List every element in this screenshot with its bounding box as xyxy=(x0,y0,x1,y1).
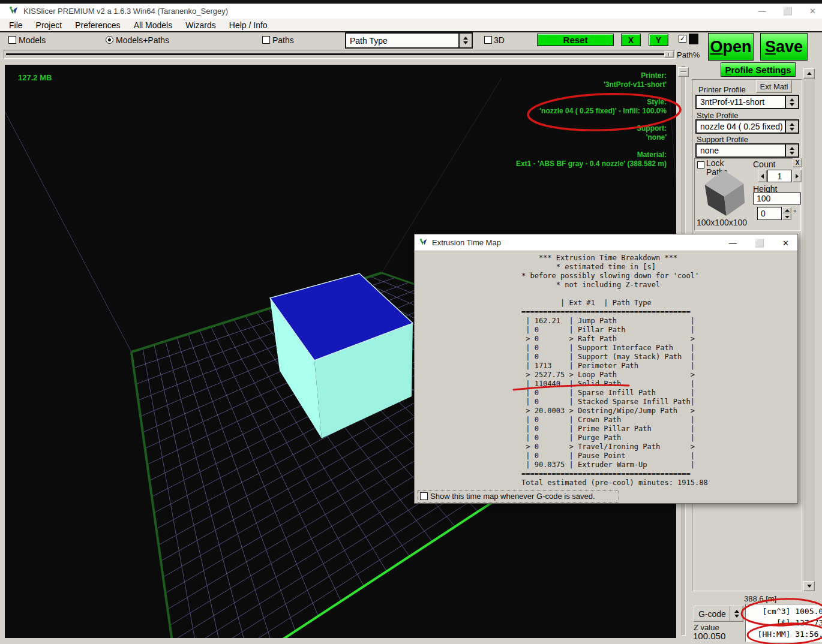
path-percent-label: Path% xyxy=(677,50,700,59)
menu-preferences[interactable]: Preferences xyxy=(68,19,127,31)
degree-symbol: ° xyxy=(793,208,796,217)
paths-label: Paths xyxy=(272,35,294,45)
height-field[interactable]: 100 xyxy=(753,192,801,204)
support-profile-value: none xyxy=(697,146,785,155)
profile-settings-button[interactable]: Profile Settings xyxy=(721,62,796,77)
count-increment-icon[interactable] xyxy=(793,170,802,182)
style-profile-select[interactable]: nozzle 04 ( 0.25 fixed) xyxy=(695,119,799,134)
ext-matl-button[interactable]: Ext Matl xyxy=(756,80,792,93)
printer-value: '3ntProf-v11-short' xyxy=(516,80,667,89)
show-time-map-checkbox[interactable] xyxy=(420,492,428,500)
support-label: Support: xyxy=(516,124,667,133)
dialog-title: Extrusion Time Map xyxy=(432,238,501,247)
models-label: Models xyxy=(19,35,46,45)
style-profile-value: nozzle 04 ( 0.25 fixed) xyxy=(697,122,785,131)
dialog-icon xyxy=(419,238,428,247)
rotation-down-icon[interactable] xyxy=(782,213,791,220)
settings-scrollbar[interactable] xyxy=(803,68,815,591)
stat-time: [HH:MM] 31:56.0 xyxy=(746,628,822,640)
window-title: KISSlicer PREMIUM v2 a 1.6.3 Win64 (Tara… xyxy=(23,7,228,16)
gcode-spinner-icon[interactable] xyxy=(730,606,743,621)
dialog-close-button[interactable]: ✕ xyxy=(782,239,789,248)
path-percent-slider-handle[interactable] xyxy=(664,51,674,58)
filament-length-label: 388.6 [m] xyxy=(744,594,776,603)
app-icon xyxy=(8,6,19,16)
path-percent-slider[interactable] xyxy=(4,50,676,59)
printer-label: Printer: xyxy=(516,71,667,80)
support-profile-select[interactable]: none xyxy=(695,143,799,158)
slice-info-overlay: Printer: '3ntProf-v11-short' Style: 'noz… xyxy=(516,71,667,168)
support-profile-label: Support Profile xyxy=(697,135,748,144)
memory-usage: 127.2 MB xyxy=(18,73,52,82)
stat-cost: [$] 127.73 xyxy=(746,617,822,628)
menu-project[interactable]: Project xyxy=(29,19,69,31)
scroll-up-icon[interactable] xyxy=(803,68,815,79)
model-thumbnail-cube[interactable] xyxy=(697,163,751,216)
title-bar: KISSlicer PREMIUM v2 a 1.6.3 Win64 (Tara… xyxy=(0,4,822,19)
gcode-value: G-code xyxy=(694,609,730,619)
open-button[interactable]: Open xyxy=(708,33,754,61)
style-label: Style: xyxy=(516,98,667,107)
menu-file[interactable]: File xyxy=(2,19,29,31)
y-view-button[interactable]: Y xyxy=(649,34,668,46)
model-dimensions-label: 100x100x100 xyxy=(697,218,747,227)
material-value: Ext1 - 'ABS BF gray - 0.4 nozzle' (388.5… xyxy=(516,160,667,168)
close-button[interactable]: ✕ xyxy=(809,7,816,16)
three-d-label: 3D xyxy=(494,35,505,45)
support-value: 'none' xyxy=(516,133,667,142)
material-label: Material: xyxy=(516,151,667,160)
show-time-map-label: Show this time map whenever G-code is sa… xyxy=(430,492,595,501)
menu-all-models[interactable]: All Models xyxy=(127,19,179,31)
printer-profile-select[interactable]: 3ntProf-v11-short xyxy=(695,95,799,109)
count-label: Count xyxy=(753,160,775,169)
path-type-value: Path Type xyxy=(346,36,458,46)
maximize-button[interactable]: ⬜ xyxy=(783,7,793,16)
minimize-button[interactable]: — xyxy=(758,7,766,16)
style-profile-label: Style Profile xyxy=(697,111,738,120)
kisslicer-window: KISSlicer PREMIUM v2 a 1.6.3 Win64 (Tara… xyxy=(0,0,822,644)
count-decrement-icon[interactable] xyxy=(758,170,767,182)
rotation-stepper[interactable] xyxy=(782,207,791,220)
dialog-maximize-button: ⬜ xyxy=(755,239,764,248)
path-color-swatch xyxy=(689,34,698,44)
style-value: 'nozzle 04 ( 0.25 fixed)' - Infill: 100.… xyxy=(516,107,667,116)
dialog-title-bar[interactable]: Extrusion Time Map — ⬜ ✕ xyxy=(415,234,797,251)
layer-slider-handle[interactable] xyxy=(678,67,689,77)
print-stats-box: [cm^3] 1005.00 [$] 127.73 [HH:MM] 31:56.… xyxy=(745,604,822,642)
support-profile-spinner-icon[interactable] xyxy=(785,145,798,157)
printer-profile-spinner-icon[interactable] xyxy=(785,96,798,108)
stat-volume: [cm^3] 1005.00 xyxy=(746,606,822,617)
z-value: 100.050 xyxy=(693,631,725,641)
models-paths-label: Models+Paths xyxy=(116,35,169,45)
gcode-select[interactable]: G-code xyxy=(694,606,743,622)
models-checkbox[interactable] xyxy=(8,36,16,44)
dialog-minimize-button[interactable]: — xyxy=(729,239,737,248)
rotation-up-icon[interactable] xyxy=(782,207,791,213)
save-button[interactable]: Save xyxy=(760,33,808,61)
model-close-button[interactable]: X xyxy=(793,158,802,167)
count-field[interactable]: 1 xyxy=(767,170,792,182)
menu-help-info[interactable]: Help / Info xyxy=(223,19,274,31)
three-d-checkbox[interactable] xyxy=(484,36,492,44)
show-time-map-row: Show this time map whenever G-code is sa… xyxy=(418,490,619,502)
scroll-down-icon[interactable] xyxy=(803,581,815,591)
printer-profile-label: Printer Profile xyxy=(698,85,746,94)
rotation-field[interactable]: 0 xyxy=(757,207,782,220)
models-paths-radio[interactable] xyxy=(106,36,113,44)
style-profile-spinner-icon[interactable] xyxy=(785,121,798,133)
extrusion-time-map-dialog: Extrusion Time Map — ⬜ ✕ *** Extrusion T… xyxy=(414,234,798,504)
extrusion-time-breakdown: *** Extrusion Time Breakdown *** * estim… xyxy=(521,254,708,487)
printer-profile-value: 3ntProf-v11-short xyxy=(697,97,785,107)
path-legend-checkbox[interactable]: ✓ xyxy=(679,35,686,43)
path-type-select[interactable]: Path Type xyxy=(345,32,473,49)
reset-button[interactable]: Reset xyxy=(537,34,614,46)
path-type-spinner-icon[interactable] xyxy=(458,34,472,47)
menu-wizards[interactable]: Wizards xyxy=(179,19,223,31)
paths-checkbox[interactable] xyxy=(262,36,270,44)
x-view-button[interactable]: X xyxy=(621,34,641,46)
menu-bar: File Project Preferences All Models Wiza… xyxy=(0,19,822,32)
